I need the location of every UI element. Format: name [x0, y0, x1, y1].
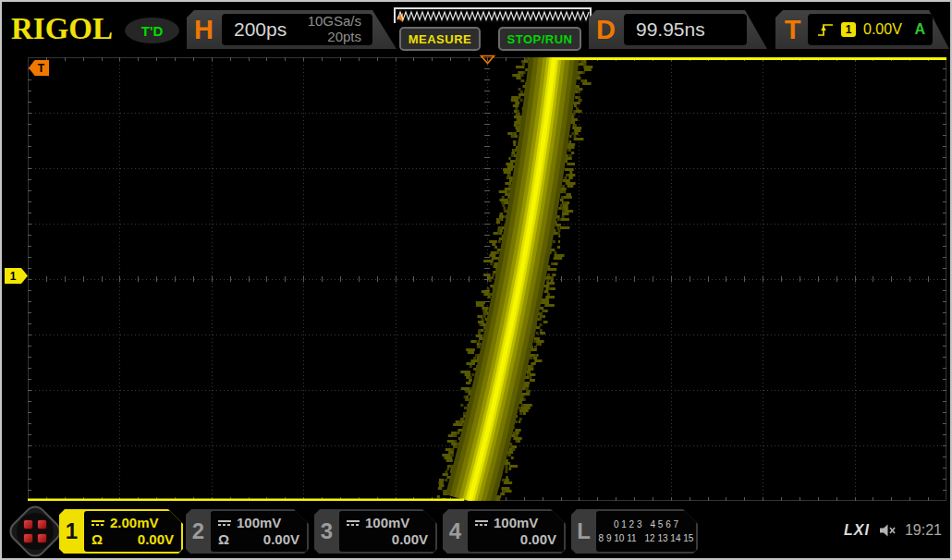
trigger-label: T — [775, 10, 810, 49]
trigger-sweep-mode: A — [914, 21, 925, 38]
delay-value: 99.95ns — [624, 18, 705, 41]
channel-1-scale: 2.00mV — [110, 515, 159, 530]
channel-2-scale: 100mV — [237, 515, 281, 530]
channel-2-impedance: Ω — [218, 531, 229, 547]
channel-4-button[interactable]: 4 100mV 0.00V — [443, 509, 566, 554]
sample-rate: 10GSa/s — [308, 13, 361, 29]
trigger-position-marker[interactable] — [480, 55, 495, 65]
logic-row1-left: 0 1 2 3 — [614, 519, 642, 530]
waveform-thumbnail-icon — [397, 9, 592, 23]
trigger-level-value: 0.00V — [863, 21, 902, 38]
memory-depth: 20pts — [327, 29, 361, 44]
channel-4-offset: 0.00V — [520, 531, 556, 547]
speaker-muted-icon[interactable] — [878, 523, 897, 538]
stop-run-button[interactable]: STOP/RUN — [498, 27, 581, 51]
channel-1-offset: 0.00V — [138, 531, 174, 547]
dc-coupling-icon — [218, 520, 231, 526]
horizontal-menu-button[interactable]: H 200ps 10GSa/s 20pts — [187, 10, 397, 49]
timebase-value: 200ps — [222, 18, 308, 41]
logic-label: L — [571, 509, 596, 554]
channel-2-offset: 0.00V — [263, 531, 299, 547]
acquisition-info: 10GSa/s 20pts — [308, 14, 372, 45]
rising-edge-icon — [817, 22, 834, 37]
channel-3-button[interactable]: 3 100mV 0.00V — [314, 509, 437, 554]
logic-row1-right: 4 5 6 7 — [651, 519, 679, 530]
rigol-logo: RIGOL — [11, 12, 113, 47]
status-area: LXI 19:21 — [844, 522, 942, 539]
channel-3-number: 3 — [314, 509, 339, 554]
trigger-menu-button[interactable]: T 1 0.00V A — [775, 10, 949, 49]
waveform-canvas — [28, 57, 946, 501]
grid-dots-icon — [14, 510, 56, 553]
oscilloscope-screen: RIGOL T'D H 200ps 10GSa/s 20pts MEASURE … — [0, 0, 952, 560]
menu-button[interactable] — [14, 510, 56, 553]
measure-button[interactable]: MEASURE — [399, 27, 481, 51]
channel-2-number: 2 — [186, 509, 211, 554]
dc-coupling-icon — [92, 520, 104, 526]
channel-3-offset: 0.00V — [392, 531, 428, 547]
channel-4-number: 4 — [443, 509, 468, 554]
channel-2-button[interactable]: 2 100mV Ω 0.00V — [186, 509, 309, 554]
delay-menu-button[interactable]: D 99.95ns — [589, 10, 767, 49]
lxi-logo: LXI — [844, 522, 870, 539]
logic-row2-left: 8 9 10 11 — [599, 533, 637, 543]
channel-3-scale: 100mV — [365, 515, 409, 530]
trigger-status-badge: T'D — [125, 18, 179, 43]
channel-1-button[interactable]: 1 2.00mV Ω 0.00V — [59, 509, 183, 554]
dc-coupling-icon — [475, 520, 488, 526]
channel1-offset-marker[interactable]: 1 — [5, 268, 28, 284]
channel-1-number: 1 — [59, 509, 84, 554]
trigger-source-badge: 1 — [841, 22, 856, 37]
acquisition-preview-bar[interactable] — [394, 7, 592, 23]
channel-4-scale: 100mV — [494, 515, 538, 530]
logic-channels-button[interactable]: L 0 1 2 3 4 5 6 7 8 9 10 11 12 13 14 15 — [571, 509, 698, 554]
channel-1-impedance: Ω — [92, 531, 103, 547]
waveform-display-area — [28, 57, 946, 501]
horizontal-label: H — [187, 10, 221, 49]
dc-coupling-icon — [347, 520, 360, 526]
clock: 19:21 — [905, 522, 942, 539]
logic-row2-right: 12 13 14 15 — [645, 533, 694, 543]
delay-label: D — [589, 10, 623, 49]
